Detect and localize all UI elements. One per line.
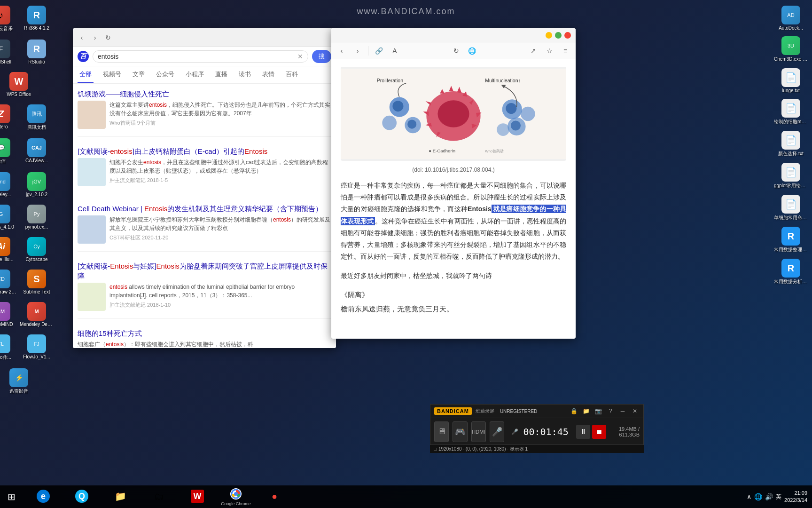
tab-read[interactable]: 读书 [237,66,253,83]
forward-article-button[interactable]: › [352,45,363,56]
globe-icon[interactable]: 🌐 [467,45,478,56]
desktop-icon-zotero[interactable]: Z Zotero [0,103,18,133]
taskbar-record[interactable]: ● [256,486,293,507]
desktop-icon-sublime[interactable]: S Sublime Text [20,268,54,296]
back-button[interactable]: ‹ [77,32,87,43]
desktop-icon-weixin[interactable]: 💬 微信 [0,136,18,167]
more-icon[interactable]: ≡ [560,45,571,56]
desktop-icon-lunge[interactable]: 📄 lunge.txt [774,66,808,95]
desktop-icon-r[interactable]: R R i386 4.1.2 [20,4,54,34]
back-article-button[interactable]: ‹ [336,45,347,56]
desktop-icon-jgv[interactable]: jGV jgv_2.10.2 [20,170,54,199]
share-icon[interactable]: ↗ [528,45,539,56]
bd-monitor-button[interactable]: 🖥 [434,421,449,442]
taskbar-explorer[interactable]: 📁 [102,486,139,507]
desktop-icon-xunlei[interactable]: ⚡ 迅雷影音 [2,366,36,397]
bd-lock-icon[interactable]: 🔒 [569,406,578,416]
desktop-icon-neteasy[interactable]: ♪ 网易云音乐 [0,4,18,34]
desktop-icon-gsea[interactable]: G GSEA_4.1.0 [0,203,18,231]
desktop-icon-colorsel[interactable]: 📄 颜色选择.txt [774,129,808,159]
maximize-button[interactable]: □ [555,32,562,39]
forward-button[interactable]: › [90,32,100,43]
taskbar-edge[interactable]: e [24,486,62,507]
search-input[interactable] [98,53,297,60]
desktop-icon-flowjo-file[interactable]: FL flowjo作... [0,333,18,363]
desktop-icon-finalshell[interactable]: F FinalShell [0,38,18,66]
desktop-icon-autodock[interactable]: AD AutoDock... [774,4,808,32]
bd-question-icon[interactable]: ? [606,406,615,416]
taskbar-qq[interactable]: Q [63,486,101,507]
desktop-icon-cellmaker[interactable]: 📄 绘制的细胞maker.txt [774,97,808,127]
bd-mic-icon[interactable]: 🎤 [510,427,519,437]
result-title-5[interactable]: 细胞的15种死亡方式 [78,328,331,338]
search-results[interactable]: 饥饿游戏——细胞侵入性死亡 这篇文章主要讲entosis，细胞侵入性死亡。下边这… [73,84,336,348]
wps-word-icon: W [191,490,204,503]
taskbar-filemgr[interactable]: 🗂 [140,486,178,507]
search-bar[interactable]: ✕ [93,50,308,63]
bd-hdmi-button[interactable]: HDMI [471,421,486,442]
result-title-2[interactable]: [文献阅读-entosis]由上皮钙粘附蛋白（E-cad）引起的Entosis [78,146,331,156]
tab-miniapp[interactable]: 小程序 [184,66,206,83]
system-tray: ∧ 🌐 🔊 英 21:09 2022/3/14 [747,490,812,504]
result-title-4[interactable]: [文献阅读-Entosis与妊娠]Entosis为胎盘着床期间突破子宫腔上皮屏障… [78,261,331,281]
desktop-icon-ranalysis[interactable]: R 常用数据分析代码.R [774,257,808,287]
tab-baike[interactable]: 百科 [284,66,300,83]
start-button[interactable]: ⊞ [0,485,23,508]
bd-game-button[interactable]: 🎮 [453,421,467,442]
desktop-icon-rcommon[interactable]: R 常用数据整理代码.R [774,225,808,255]
desktop-icon-chem3d[interactable]: 3D Chem3D.exe · 快捷方式 [774,34,808,64]
adobe-icon: Ai [0,237,10,256]
tab-emoji[interactable]: 表情 [260,66,276,83]
bookmark-icon[interactable]: ☆ [544,45,555,56]
tab-live[interactable]: 直播 [213,66,229,83]
bd-stop-button[interactable]: ⏹ [592,425,606,439]
desktop-icon-mendeley[interactable]: M Mendeley Desktop [20,300,54,329]
result-title-3[interactable]: Cell Death Webinar | Entosis的发生机制及其生理意义精… [78,204,331,214]
bd-minimize-icon[interactable]: ─ [618,406,627,416]
svg-point-24 [497,123,509,136]
tray-language[interactable]: 英 [776,493,781,501]
desktop-icon-cytoscape[interactable]: Cy Cytoscape [20,235,54,264]
doi-text: (doi: 10.1016/j.tibs.2017.08.004.) [341,167,566,173]
desktop-icon-adobe[interactable]: Ai Adobe Illu... [0,235,18,264]
bd-pause-button[interactable]: ⏸ [576,425,590,439]
tray-clock[interactable]: 21:09 2022/3/14 [784,490,807,504]
article-content[interactable]: Multinucleation↑ Proliferation ● E-Cadhe… [331,59,576,339]
svg-text:● E-Cadherin: ● E-Cadherin [429,148,455,153]
text-icon[interactable]: A [389,45,400,56]
desktop-icon-chemdraw[interactable]: CD ChemDraw 20.0 [0,268,18,296]
tab-article[interactable]: 文章 [131,66,147,83]
bd-folder-icon[interactable]: 📁 [581,406,591,416]
taskbar-wps-word[interactable]: W [179,486,216,507]
desktop-icon-ggplot[interactable]: 📄 ggplot常用绘图代码.txt [774,161,808,191]
desktop-icon-wps[interactable]: W WPS Office [2,70,36,99]
desktop-icon-endeley[interactable]: End endeley... [0,170,18,199]
tab-video[interactable]: 视频号 [101,66,123,83]
link-icon[interactable]: 🔗 [373,45,384,56]
desktop-icon-singlecell[interactable]: 📄 单细胞常用命令.txt [774,193,808,223]
minimize-button[interactable]: ─ [546,32,552,39]
desktop-icon-stonemind[interactable]: SM StoneMIND [0,300,18,329]
bd-close-icon[interactable]: ✕ [630,406,640,416]
result-title-1[interactable]: 饥饿游戏——细胞侵入性死亡 [78,89,331,99]
xunlei-label: 迅雷影音 [9,388,28,395]
tab-all[interactable]: 全部 [78,66,94,83]
tray-volume[interactable]: 🔊 [765,493,773,500]
close-button[interactable]: ✕ [564,32,571,39]
bd-mic-button[interactable]: 🎤 [490,421,504,442]
flowjo-file-icon: FL [0,334,10,353]
desktop-icon-flowlov1[interactable]: FJ FlowJo_V1... [20,333,54,363]
search-button[interactable]: 搜 [312,50,331,63]
tray-network[interactable]: 🌐 [754,493,762,500]
desktop-icon-pymol[interactable]: Py pymol.ex... [20,203,54,231]
refresh-button[interactable]: ↻ [103,32,113,43]
tab-wechat[interactable]: 公众号 [154,66,176,83]
desktop-icon-caj[interactable]: CAJ CAJView... [20,136,54,167]
desktop-icon-qqhao[interactable]: 腾讯 腾讯文档 [20,103,54,133]
tray-chevron[interactable]: ∧ [747,493,751,500]
search-clear-icon[interactable]: ✕ [297,53,303,60]
taskbar-chrome[interactable]: Google Chrome [217,486,255,507]
desktop-icon-rstudio[interactable]: R RStudio [20,38,54,66]
bd-camera-icon[interactable]: 📷 [593,406,603,416]
refresh-article-button[interactable]: ↻ [451,45,462,56]
